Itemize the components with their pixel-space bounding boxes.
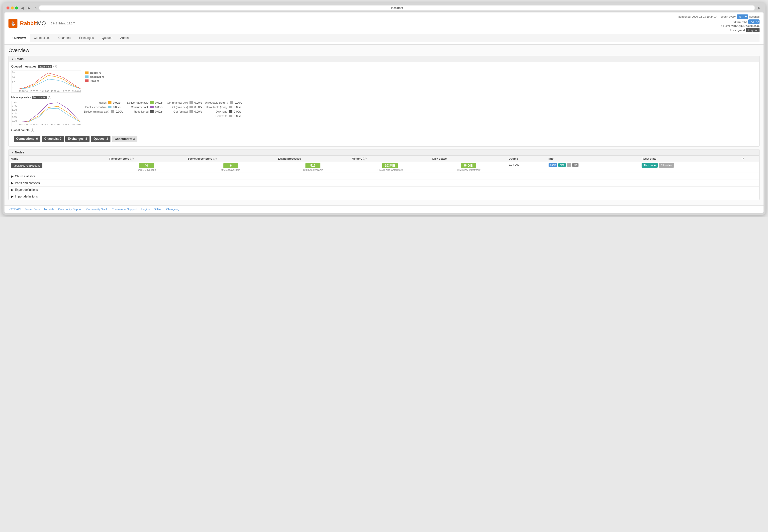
exchanges-badge: Exchanges: 8 bbox=[65, 136, 89, 142]
rate-disk-write: Disk write 0.00/s bbox=[205, 115, 242, 118]
node-info: basic disc 1 rss bbox=[546, 162, 640, 173]
logout-button[interactable]: Log out bbox=[746, 28, 760, 32]
close-button[interactable] bbox=[6, 6, 9, 9]
footer-server-docs[interactable]: Server Docs bbox=[25, 208, 40, 211]
badge-num[interactable]: 1 bbox=[567, 163, 571, 167]
node-erlang-proc: 516 1048576 available bbox=[276, 162, 350, 173]
rabbitmq-logo-icon: 🐇 bbox=[8, 19, 17, 28]
tab-connections[interactable]: Connections bbox=[30, 34, 54, 42]
rate-publish: Publish 0.00/s bbox=[84, 101, 123, 104]
footer-community-support[interactable]: Community Support bbox=[58, 208, 82, 211]
maximize-button[interactable] bbox=[15, 6, 18, 9]
legend-ready: Ready 0 bbox=[85, 71, 104, 74]
col-plus-minus: +/- bbox=[739, 156, 759, 162]
tab-overview[interactable]: Overview bbox=[8, 34, 30, 42]
totals-arrow: ▼ bbox=[11, 58, 14, 61]
nodes-header[interactable]: ▼ Nodes bbox=[9, 149, 759, 156]
forward-button[interactable]: ▶ bbox=[27, 5, 31, 10]
node-reset-stats: This node All nodes bbox=[640, 162, 739, 173]
connections-badge: Connections: 6 bbox=[14, 136, 40, 142]
col-disk: Disk space bbox=[430, 156, 507, 162]
node-socket-desc: 6 943629 available bbox=[185, 162, 276, 173]
footer-commercial-support[interactable]: Commercial Support bbox=[112, 208, 137, 211]
refresh-area: Refreshed 2020-02-23 19:24:14 Refresh ev… bbox=[678, 14, 760, 19]
logo-text: RabbitMQ bbox=[20, 20, 46, 27]
time-filter-tag: last minute bbox=[38, 65, 52, 68]
rates-col-2: Deliver (auto ack) 0.00/s Consumer ack 0… bbox=[126, 101, 162, 113]
footer-community-slack[interactable]: Community Slack bbox=[86, 208, 108, 211]
file-desc-help[interactable]: ? bbox=[130, 157, 134, 160]
global-counts-area: Global counts ? Connections: 6 Channels:… bbox=[11, 129, 757, 144]
col-socket-desc: Socket descriptors ? bbox=[185, 156, 276, 162]
rate-get-empty: Get (empty) 0.00/s bbox=[165, 110, 202, 113]
counts-help-icon[interactable]: ? bbox=[31, 129, 34, 132]
memory-help[interactable]: ? bbox=[363, 157, 367, 160]
badge-disc[interactable]: disc bbox=[558, 163, 566, 167]
rate-disk-read: Disk read 0.00/s bbox=[205, 110, 242, 113]
nodes-arrow: ▼ bbox=[11, 151, 14, 154]
tab-exchanges[interactable]: Exchanges bbox=[75, 34, 98, 42]
rates-col-4: Unroutable (return) 0.00/s Unroutable (d… bbox=[205, 101, 242, 118]
footer-http-api[interactable]: HTTP API bbox=[8, 208, 21, 211]
col-file-desc: File descriptors ? bbox=[107, 156, 186, 162]
rates-time-tag: last minute bbox=[32, 96, 47, 99]
consumers-badge: Consumers: 3 bbox=[112, 136, 137, 142]
vhost-select[interactable]: All bbox=[748, 19, 760, 24]
rates-help-icon[interactable]: ? bbox=[48, 96, 51, 99]
rates-chart: 2.5/s 2.0/s 1.5/s 1.0/s 0.5/s 0.0/s bbox=[11, 101, 81, 126]
home-button[interactable]: ⌂ bbox=[33, 5, 37, 10]
refresh-select[interactable]: 5 10 30 bbox=[737, 14, 748, 19]
col-memory: Memory ? bbox=[350, 156, 430, 162]
ports-arrow: ▶ bbox=[11, 181, 13, 185]
tab-queues[interactable]: Queues bbox=[98, 34, 116, 42]
rate-deliver-auto: Deliver (auto ack) 0.00/s bbox=[126, 101, 162, 104]
queued-chart: 6.0 4.0 2.0 0.0 bbox=[11, 70, 81, 93]
unacked-color bbox=[85, 75, 88, 78]
rate-get-auto: Get (auto ack) 0.00/s bbox=[165, 106, 202, 109]
footer-github[interactable]: GitHub bbox=[153, 208, 162, 211]
nodes-section: ▼ Nodes Name File descriptors ? bbox=[8, 149, 760, 200]
footer-links: HTTP API Server Docs Tutorials Community… bbox=[4, 205, 764, 213]
rates-svg bbox=[18, 101, 81, 122]
badge-basic[interactable]: basic bbox=[548, 163, 557, 167]
badge-rss[interactable]: rss bbox=[572, 163, 579, 167]
queued-messages-label: Queued messages last minute ? bbox=[11, 65, 757, 68]
vhost-area: Virtual host All bbox=[733, 19, 760, 24]
totals-header[interactable]: ▼ Totals bbox=[9, 56, 759, 62]
back-button[interactable]: ◀ bbox=[20, 5, 25, 10]
tab-admin[interactable]: Admin bbox=[116, 34, 133, 42]
nav-tabs: Overview Connections Channels Exchanges … bbox=[8, 34, 760, 42]
import-definitions-row[interactable]: ▶ Import definitions bbox=[9, 193, 759, 200]
table-row: rabbit@627dc501eaae 40 1048576 available bbox=[9, 162, 759, 173]
rate-unroutable-return: Unroutable (return) 0.00/s bbox=[205, 101, 242, 104]
export-definitions-row[interactable]: ▶ Export definitions bbox=[9, 186, 759, 193]
footer-tutorials[interactable]: Tutorials bbox=[44, 208, 54, 211]
ports-contexts-row[interactable]: ▶ Ports and contexts bbox=[9, 180, 759, 186]
legend-unacked: Unacked 0 bbox=[85, 75, 104, 78]
version-info: 3.8.2 Erlang 22.2.7 bbox=[51, 22, 75, 25]
col-uptime: Uptime bbox=[507, 156, 546, 162]
footer-plugins[interactable]: Plugins bbox=[141, 208, 149, 211]
col-name: Name bbox=[9, 156, 107, 162]
node-memory: 103MiB 1.5GiB high watermark bbox=[350, 162, 430, 173]
churn-statistics-row[interactable]: ▶ Churn statistics bbox=[9, 173, 759, 180]
all-nodes-button[interactable]: All nodes bbox=[659, 163, 674, 168]
rates-col-3: Get (manual ack) 0.00/s Get (auto ack) 0… bbox=[165, 101, 202, 113]
rate-deliver-manual: Deliver (manual ack) 0.00/s bbox=[84, 110, 123, 113]
reload-button[interactable]: ↻ bbox=[757, 5, 762, 10]
footer-changelog[interactable]: Changelog bbox=[166, 208, 179, 211]
col-erlang-proc: Erlang processes bbox=[276, 156, 350, 162]
this-node-button[interactable]: This node bbox=[642, 163, 658, 168]
totals-section: ▼ Totals Queued messages last minute ? 6… bbox=[8, 56, 760, 147]
socket-desc-help[interactable]: ? bbox=[213, 157, 217, 160]
total-color bbox=[85, 79, 88, 82]
node-uptime: 21m 26s bbox=[507, 162, 546, 173]
tab-channels[interactable]: Channels bbox=[54, 34, 75, 42]
export-arrow: ▶ bbox=[11, 188, 13, 192]
node-disk: 54GiB 48MiB low watermark bbox=[430, 162, 507, 173]
rate-consumer-ack: Consumer ack 0.00/s bbox=[126, 106, 162, 109]
queued-help-icon[interactable]: ? bbox=[53, 65, 57, 68]
minimize-button[interactable] bbox=[11, 6, 14, 9]
queued-chart-row: 6.0 4.0 2.0 0.0 bbox=[11, 70, 757, 93]
col-info: Info bbox=[546, 156, 640, 162]
